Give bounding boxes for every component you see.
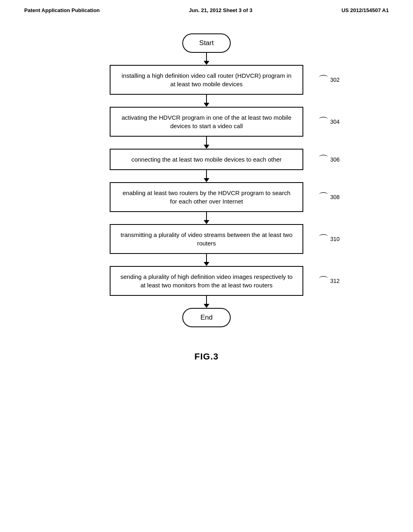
step-310-box: transmitting a plurality of video stream…	[110, 224, 303, 254]
step-304-box: activating the HDVCR program in one of t…	[110, 107, 303, 137]
arrow-head	[204, 220, 209, 224]
arrow-0	[204, 53, 209, 65]
step-312-box: sending a plurality of high definition v…	[110, 266, 303, 296]
ref-310: ⌒ 310	[318, 234, 340, 244]
ref-302: ⌒ 302	[318, 75, 340, 85]
arrow-head	[204, 262, 209, 266]
ref-306: ⌒ 306	[318, 154, 340, 165]
step-312-wrapper: sending a plurality of high definition v…	[110, 266, 303, 296]
ref-312-label: 312	[330, 278, 340, 284]
main-content: Start installing a high definition video…	[0, 17, 413, 362]
end-oval: End	[182, 308, 231, 327]
arrow-line	[206, 137, 207, 145]
step-306-box: connecting the at least two mobile devic…	[110, 149, 303, 170]
arrow-1	[204, 95, 209, 107]
ref-306-label: 306	[330, 156, 340, 163]
arrow-2	[204, 137, 209, 149]
ref-312: ⌒ 312	[318, 276, 340, 286]
arrow-line	[206, 254, 207, 262]
step-308-text: enabling at least two routers by the HDV…	[123, 189, 290, 205]
step-302-wrapper: installing a high definition video call …	[110, 65, 303, 95]
step-304-text: activating the HDVCR program in one of t…	[121, 114, 291, 129]
ref-304-label: 304	[330, 118, 340, 125]
step-302-text: installing a high definition video call …	[121, 72, 291, 87]
step-304-wrapper: activating the HDVCR program in one of t…	[110, 107, 303, 137]
ref-304: ⌒ 304	[318, 116, 340, 127]
step-308-box: enabling at least two routers by the HDV…	[110, 182, 303, 212]
arrow-head	[204, 145, 209, 149]
arrow-4	[204, 212, 209, 224]
header-right: US 2012/154507 A1	[342, 7, 389, 13]
header-left: Patent Application Publication	[24, 7, 100, 13]
arrow-line	[206, 170, 207, 178]
arrow-line	[206, 53, 207, 61]
header-center: Jun. 21, 2012 Sheet 3 of 3	[189, 7, 252, 13]
page-header: Patent Application Publication Jun. 21, …	[0, 0, 413, 17]
ref-310-label: 310	[330, 236, 340, 242]
figure-label: FIG.3	[194, 351, 219, 362]
step-306-text: connecting the at least two mobile devic…	[131, 156, 282, 163]
step-310-wrapper: transmitting a plurality of video stream…	[110, 224, 303, 254]
arrow-line	[206, 296, 207, 304]
arrow-5	[204, 254, 209, 266]
step-308-wrapper: enabling at least two routers by the HDV…	[110, 182, 303, 212]
ref-302-label: 302	[330, 77, 340, 83]
step-312-text: sending a plurality of high definition v…	[121, 273, 293, 289]
ref-308-label: 308	[330, 194, 340, 200]
arrow-head	[204, 61, 209, 65]
step-310-text: transmitting a plurality of video stream…	[121, 231, 292, 247]
ref-308: ⌒ 308	[318, 192, 340, 202]
step-306-wrapper: connecting the at least two mobile devic…	[110, 149, 303, 170]
arrow-head	[204, 304, 209, 308]
start-oval: Start	[182, 33, 231, 53]
arrow-head	[204, 103, 209, 107]
arrow-3	[204, 170, 209, 182]
arrow-line	[206, 95, 207, 103]
arrow-line	[206, 212, 207, 220]
flowchart: Start installing a high definition video…	[81, 33, 332, 327]
step-302-box: installing a high definition video call …	[110, 65, 303, 95]
arrow-6	[204, 296, 209, 308]
arrow-head	[204, 178, 209, 182]
